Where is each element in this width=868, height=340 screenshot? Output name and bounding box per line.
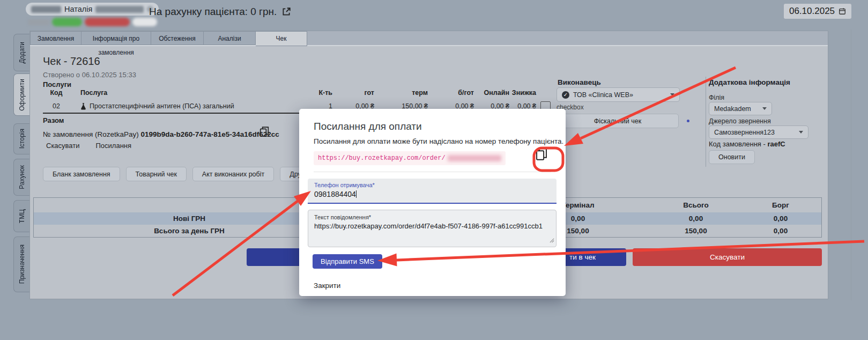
col-discount: Знижка (509, 89, 536, 97)
order-number-label: № замовлення (RozetkaPay) (43, 130, 139, 138)
payment-link-modal: Посилання для оплати Посилання для оплат… (299, 109, 566, 296)
summary-cell: 0,00 (740, 225, 821, 237)
col-cashless: б/гот (428, 89, 474, 97)
col-code: Код (43, 89, 70, 97)
chevron-down-icon (762, 107, 767, 110)
sidebar-item-label: Історія (18, 129, 26, 149)
sidebar-item-rakhunok[interactable]: Рахунок (13, 159, 29, 196)
message-label: Текст повідомлення* (314, 214, 371, 220)
copy-icon[interactable] (259, 126, 269, 139)
service-code: 02 (43, 102, 70, 110)
patient-summary[interactable]: Наталія (26, 3, 159, 16)
sidebar-item-label: Рахунок (18, 165, 26, 189)
status-badge-green (52, 18, 82, 26)
content-right-edge (851, 29, 851, 300)
executor-heading: Виконавець (558, 78, 601, 86)
payment-link-text: https://buy.rozetkapay.com/order/ (318, 154, 446, 162)
additional-info-heading: Додаткова інформація (709, 78, 790, 86)
order-code-line: Код замовлення - raefC (709, 140, 785, 148)
branch-select[interactable]: Medakadem (709, 102, 772, 115)
sidebar-item-dodaty[interactable]: Додати (13, 34, 29, 71)
message-textarea[interactable]: Текст повідомлення* https://buy.rozetkap… (308, 210, 557, 247)
order-form-button[interactable]: Бланк замовлення (43, 167, 120, 181)
col-terminal: терм (374, 89, 428, 97)
redacted-badge-text (28, 19, 49, 25)
modal-divider (314, 172, 551, 172)
col-qty: К-ть (300, 89, 332, 97)
summary-row-label: Нові ГРН (34, 212, 345, 225)
phone-input[interactable]: Телефон отримувача* 0981884404 (308, 179, 557, 204)
source-label: Джерело звернення (709, 117, 771, 125)
phone-label: Телефон отримувача* (314, 182, 375, 188)
tab-zamovlennya[interactable]: Замовлення (30, 31, 81, 45)
modal-close-link[interactable]: Закрити (314, 282, 340, 290)
date-value: 06.10.2025 (789, 6, 835, 17)
modal-title: Посилання для оплати (314, 121, 422, 132)
date-picker[interactable]: 06.10.2025 (784, 4, 851, 19)
work-act-button[interactable]: Акт виконаних робіт (192, 167, 274, 181)
payment-link-chip[interactable]: https://buy.rozetkapay.com/order/ (314, 151, 506, 165)
redacted-patient-meta (95, 6, 144, 13)
summary-col-total: Всього (645, 198, 747, 212)
check-title: Чек - 72616 (43, 55, 100, 68)
order-code-value: raefC (767, 140, 785, 148)
tab-informatsiya[interactable]: Інформація про замовлення (81, 31, 151, 45)
order-number-value: 0199b9da-b260-747a-81e5-34a16df622cc (140, 130, 279, 138)
tab-chek[interactable]: Чек (256, 31, 307, 46)
textarea-resize-icon[interactable] (550, 235, 554, 245)
sidebar-item-tmc[interactable]: ТМЦ (13, 200, 29, 232)
balance-text: На рахунку пацієнта: 0 грн. (149, 6, 277, 18)
branch-label: Філія (709, 94, 724, 101)
send-sms-button[interactable]: Відправити SMS (313, 254, 382, 269)
summary-cell: 150,00 (645, 225, 747, 237)
text-cursor (356, 190, 357, 198)
chevron-down-icon (670, 93, 674, 96)
redacted-link-tail (448, 155, 501, 161)
status-badge-light (132, 18, 157, 26)
calendar-icon (839, 8, 846, 15)
check-circle-icon: ✓ (562, 91, 569, 99)
source-select[interactable]: Самозвернення123 (709, 125, 808, 139)
patient-name: Наталія (64, 5, 92, 13)
executor-value: ТОВ «Clinica WEB» (573, 91, 633, 99)
cancel-order-link[interactable]: Скасувати (46, 142, 80, 150)
redacted-surname (31, 6, 61, 13)
flask-icon (80, 102, 86, 110)
sidebar-item-label: Призначення (18, 245, 26, 284)
summary-cell: 0,00 (645, 212, 747, 225)
service-name: Простатспецифічний антиген (ПСА) загальн… (90, 102, 234, 110)
section-divider (706, 77, 706, 167)
sidebar-item-pryznachennya[interactable]: Призначення (13, 236, 29, 292)
status-badge-red (85, 18, 130, 26)
message-value: https://buy.rozetkapay.com/order/d4f7e4a… (314, 222, 543, 230)
summary-row-label: Всього за день ГРН (34, 225, 345, 237)
patient-balance: На рахунку пацієнта: 0 грн. (149, 6, 291, 18)
tab-bar: Замовлення Інформація про замовлення Обс… (30, 31, 828, 46)
tab-obstezhennya[interactable]: Обстеження (151, 31, 204, 45)
col-online: Онлайн (474, 89, 509, 97)
fiscal-check-button[interactable]: Фіскальний чек (557, 114, 679, 128)
tab-analizy[interactable]: Аналізи (204, 31, 256, 45)
payment-link-link[interactable]: Посилання (96, 142, 132, 150)
refresh-button[interactable]: Оновити (709, 150, 755, 164)
required-dot (687, 120, 689, 122)
order-code-label: Код замовлення - (709, 140, 766, 148)
check-created: Створено о 06.10.2025 15:33 (43, 71, 136, 79)
phone-value: 0981884404 (314, 190, 356, 198)
cancel-button[interactable]: Скасувати (633, 248, 822, 266)
sidebar-item-oformyty[interactable]: Оформити (13, 73, 29, 116)
executor-select[interactable]: ✓ ТОВ «Clinica WEB» (557, 87, 680, 102)
external-link-icon[interactable] (281, 7, 291, 17)
total-heading: Разом (43, 116, 64, 124)
goods-receipt-button[interactable]: Товарний чек (126, 167, 187, 181)
sidebar-item-istoriya[interactable]: Історія (13, 123, 29, 154)
patient-badges (28, 18, 157, 26)
sidebar-item-label: ТМЦ (18, 209, 26, 223)
services-table-header: Код Послуга К-ть гот терм б/гот Онлайн З… (43, 89, 554, 97)
source-value: Самозвернення123 (714, 129, 775, 136)
app-root: Наталія На рахунку пацієнта: 0 грн. 06.1… (0, 0, 868, 340)
order-links: Скасувати Посилання (46, 142, 131, 150)
copy-icon[interactable] (536, 147, 547, 162)
sidebar-item-label: Додати (18, 42, 26, 63)
chevron-down-icon (799, 131, 803, 134)
